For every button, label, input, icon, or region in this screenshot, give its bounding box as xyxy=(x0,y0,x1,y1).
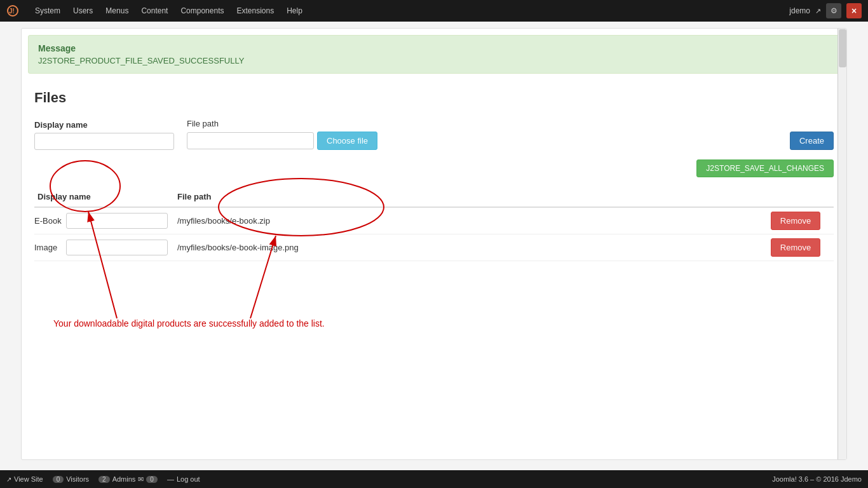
nav-help[interactable]: Help xyxy=(280,0,309,22)
file-path-input[interactable] xyxy=(187,132,314,149)
nav-system[interactable]: System xyxy=(29,0,67,22)
choose-file-button[interactable]: Choose file xyxy=(317,132,377,150)
main-panel: Message J2STORE_PRODUCT_FILE_SAVED_SUCCE… xyxy=(21,28,847,460)
row2-path-cell: /myfiles/books/e-book-image.png xyxy=(174,243,757,252)
top-navbar: J! System Users Menus Content Components… xyxy=(0,0,868,22)
scrollbar-thumb[interactable] xyxy=(839,29,846,67)
nav-content[interactable]: Content xyxy=(135,0,174,22)
row1-name-label: E-Book xyxy=(34,216,63,226)
content-area: Files Display name File path Choose file… xyxy=(22,80,846,404)
success-alert: Message J2STORE_PRODUCT_FILE_SAVED_SUCCE… xyxy=(28,35,840,74)
file-path-row: Choose file xyxy=(187,132,777,150)
annotation-svg xyxy=(34,268,606,395)
row2-name-input[interactable] xyxy=(66,240,168,255)
main-area: Message J2STORE_PRODUCT_FILE_SAVED_SUCCE… xyxy=(0,22,868,470)
col-header-path: File path xyxy=(174,192,757,201)
row1-name-cell: E-Book xyxy=(34,213,174,229)
navbar-close-btn[interactable]: × xyxy=(846,3,862,18)
annotation-text: Your downloadable digital products are s… xyxy=(53,318,325,329)
svg-text:J!: J! xyxy=(9,8,15,15)
navbar-right: jdemo ↗ ⚙ × xyxy=(789,3,862,18)
settings-icon[interactable]: ⚙ xyxy=(826,3,841,18)
row1-path-cell: /myfiles/books/e-book.zip xyxy=(174,216,757,226)
display-name-group: Display name xyxy=(34,120,174,150)
nav-extensions[interactable]: Extensions xyxy=(230,0,280,22)
table-header: Display name File path xyxy=(34,187,834,208)
row1-remove-button[interactable]: Remove xyxy=(771,212,820,230)
display-name-label: Display name xyxy=(34,120,174,130)
row1-name-input[interactable] xyxy=(66,213,168,229)
row2-remove-button[interactable]: Remove xyxy=(771,238,820,257)
nav-users[interactable]: Users xyxy=(67,0,99,22)
alert-message: J2STORE_PRODUCT_FILE_SAVED_SUCCESSFULLY xyxy=(38,56,830,65)
row2-name-label: Image xyxy=(34,243,63,252)
nav-components[interactable]: Components xyxy=(174,0,230,22)
nav-menus[interactable]: Menus xyxy=(99,0,135,22)
save-row: J2STORE_SAVE_ALL_CHANGES xyxy=(34,159,834,177)
row2-action-cell: Remove xyxy=(757,238,834,257)
annotation-area: Your downloadable digital products are s… xyxy=(34,268,834,395)
scrollbar[interactable] xyxy=(837,29,846,459)
save-all-button[interactable]: J2STORE_SAVE_ALL_CHANGES xyxy=(696,159,834,177)
row2-name-cell: Image xyxy=(34,240,174,255)
file-path-group: File path Choose file xyxy=(187,119,777,150)
table-row: E-Book /myfiles/books/e-book.zip Remove xyxy=(34,208,834,234)
page-title: Files xyxy=(34,90,834,106)
display-name-input[interactable] xyxy=(34,133,174,150)
file-path-label: File path xyxy=(187,119,777,128)
brand-logo: J! xyxy=(6,4,19,17)
table-row: Image /myfiles/books/e-book-image.png Re… xyxy=(34,234,834,261)
nav-menu: System Users Menus Content Components Ex… xyxy=(29,0,789,22)
create-btn-container: Create xyxy=(790,132,834,150)
row1-action-cell: Remove xyxy=(757,212,834,230)
col-header-action xyxy=(757,192,834,201)
user-link[interactable]: jdemo xyxy=(789,6,810,15)
file-table: Display name File path E-Book /myfiles/b… xyxy=(34,187,834,261)
create-button[interactable]: Create xyxy=(790,132,834,150)
alert-title: Message xyxy=(38,43,830,53)
